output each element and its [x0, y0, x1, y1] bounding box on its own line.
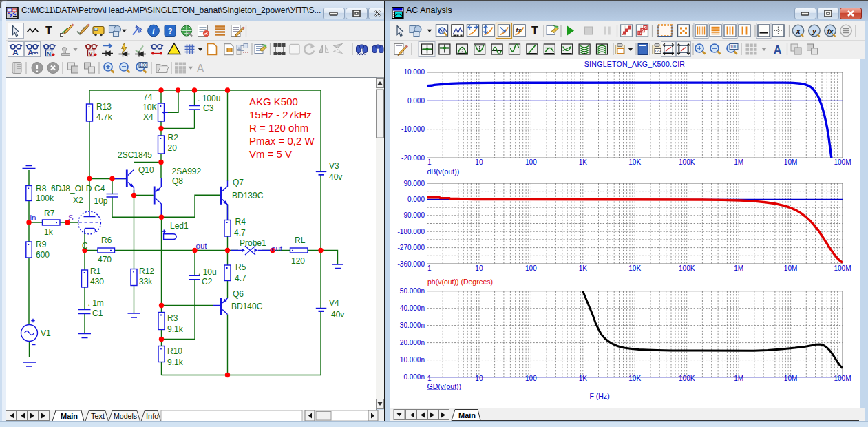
- svg-text:10K: 10K: [142, 103, 157, 112]
- svg-text:6DJ8_OLD: 6DJ8_OLD: [51, 184, 92, 194]
- svg-text:30.000n: 30.000n: [400, 322, 425, 329]
- svg-text:out: out: [196, 242, 208, 250]
- svg-text:1M: 1M: [734, 375, 743, 382]
- svg-text:600: 600: [36, 250, 50, 260]
- svg-text:C1: C1: [92, 309, 103, 318]
- svg-text:GD(v(out)): GD(v(out)): [427, 382, 462, 390]
- svg-text:430: 430: [90, 277, 104, 287]
- svg-text:100M: 100M: [834, 375, 851, 382]
- svg-text:R9: R9: [36, 240, 47, 249]
- svg-text:10M: 10M: [784, 264, 797, 272]
- svg-text:Text: Text: [91, 412, 105, 420]
- svg-text:Info: Info: [146, 412, 158, 420]
- svg-text:100K: 100K: [679, 375, 695, 382]
- svg-text:C4: C4: [94, 184, 105, 194]
- svg-text:10: 10: [475, 158, 483, 166]
- svg-text:in: in: [30, 214, 36, 222]
- svg-text:A: A: [197, 63, 204, 74]
- svg-text:R8: R8: [36, 184, 47, 194]
- svg-text:Led1: Led1: [170, 221, 189, 231]
- svg-text:100: 100: [525, 375, 537, 382]
- svg-text:1k: 1k: [44, 227, 54, 237]
- svg-text:40v: 40v: [329, 172, 342, 182]
- svg-text:15Hz - 27kHz: 15Hz - 27kHz: [249, 109, 312, 121]
- svg-text:1: 1: [427, 375, 432, 382]
- svg-text:SINGLETON_AKG_K500.CIR: SINGLETON_AKG_K500.CIR: [584, 60, 686, 68]
- svg-text:X2: X2: [73, 196, 83, 205]
- svg-text:-360.000: -360.000: [398, 260, 425, 268]
- svg-text:10p: 10p: [94, 196, 108, 206]
- svg-text:R = 120 ohm: R = 120 ohm: [249, 122, 308, 134]
- svg-text:40.000n: 40.000n: [400, 304, 425, 312]
- svg-text:1K: 1K: [579, 264, 588, 272]
- svg-text:dB(v(out)): dB(v(out)): [427, 167, 460, 176]
- svg-text:S: S: [68, 214, 74, 222]
- svg-text:C2: C2: [202, 277, 213, 287]
- svg-text:10M: 10M: [784, 158, 797, 166]
- svg-text:N: N: [46, 50, 51, 57]
- svg-text:-270.000: -270.000: [398, 244, 425, 251]
- svg-text:4.7: 4.7: [234, 228, 246, 238]
- svg-text:10.000n: 10.000n: [400, 356, 425, 364]
- svg-text:out: out: [271, 244, 283, 253]
- svg-text:9.1k: 9.1k: [167, 324, 184, 334]
- svg-text:RL: RL: [295, 236, 306, 245]
- svg-text:Q6: Q6: [233, 289, 244, 299]
- svg-text:10: 10: [475, 375, 483, 382]
- svg-text:1: 1: [427, 158, 432, 166]
- svg-text:4.7: 4.7: [235, 273, 246, 283]
- svg-text:V3: V3: [329, 161, 339, 171]
- svg-text:120: 120: [291, 256, 305, 266]
- svg-text:C3: C3: [203, 103, 214, 113]
- svg-text:A: A: [12, 48, 18, 56]
- svg-text:100k: 100k: [36, 194, 54, 203]
- svg-text:R1: R1: [90, 267, 101, 276]
- svg-text:C: C: [82, 241, 88, 251]
- svg-text:9.1k: 9.1k: [167, 357, 184, 367]
- svg-text:0.000n: 0.000n: [403, 373, 425, 381]
- svg-text:90.000: 90.000: [403, 180, 425, 187]
- svg-text:x: x: [795, 27, 801, 35]
- svg-text:T: T: [45, 25, 52, 37]
- svg-text:20.000n: 20.000n: [400, 339, 425, 346]
- svg-text:2SC1845: 2SC1845: [118, 150, 152, 160]
- svg-text:. 100u: . 100u: [198, 94, 220, 103]
- svg-text:4.7k: 4.7k: [96, 112, 113, 122]
- svg-text:A: A: [774, 44, 782, 56]
- svg-text:470: 470: [98, 255, 112, 264]
- svg-text:100: 100: [140, 63, 147, 67]
- svg-text:Q10: Q10: [138, 165, 154, 175]
- svg-text:?: ?: [168, 27, 173, 35]
- svg-text:10K: 10K: [628, 375, 641, 382]
- svg-text:-180.000: -180.000: [398, 228, 425, 236]
- svg-text:. 10u: . 10u: [198, 267, 217, 277]
- svg-text:1: 1: [427, 264, 432, 272]
- svg-text:100: 100: [525, 158, 537, 166]
- svg-text:Models: Models: [114, 412, 137, 420]
- svg-text:R13: R13: [96, 102, 112, 112]
- svg-text:10K: 10K: [628, 264, 641, 272]
- svg-text:100M: 100M: [834, 264, 851, 272]
- svg-text:Vm = 5 V: Vm = 5 V: [249, 148, 292, 160]
- svg-text:V4: V4: [329, 298, 339, 308]
- svg-text:R4: R4: [235, 217, 246, 227]
- svg-text:Main: Main: [61, 412, 78, 420]
- svg-text:A: A: [28, 49, 32, 56]
- svg-text:-90.000: -90.000: [401, 211, 425, 219]
- svg-text:Q7: Q7: [233, 178, 244, 187]
- svg-text:T: T: [531, 25, 538, 37]
- svg-text:10M: 10M: [784, 375, 797, 382]
- svg-text:50.000n: 50.000n: [400, 287, 425, 295]
- svg-text:1M: 1M: [734, 264, 743, 272]
- svg-text:R5: R5: [235, 262, 246, 272]
- svg-text:40v: 40v: [331, 310, 344, 320]
- svg-text:V: V: [89, 50, 93, 57]
- svg-text:-20.000: -20.000: [401, 154, 425, 162]
- svg-text:74: 74: [143, 92, 153, 102]
- svg-text:R3: R3: [167, 313, 178, 323]
- svg-text:BD139C: BD139C: [232, 191, 264, 200]
- svg-text:2SA992: 2SA992: [172, 167, 202, 176]
- svg-text:fx: fx: [827, 28, 834, 35]
- svg-text:0.000: 0.000: [407, 97, 425, 105]
- svg-text:1K: 1K: [579, 158, 588, 166]
